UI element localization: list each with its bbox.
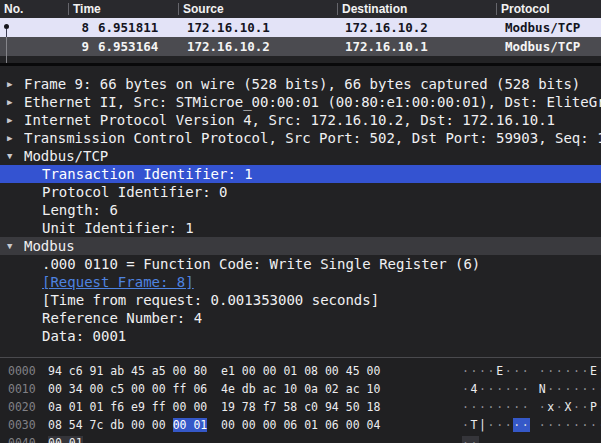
packet-time: 6.951811 xyxy=(98,18,158,37)
tree-row[interactable]: ▼Modbus xyxy=(0,237,601,255)
tree-row-label: .000 0110 = Function Code: Write Single … xyxy=(42,255,480,273)
column-header-protocol[interactable]: Protocol xyxy=(501,1,550,18)
bytes: ········ xyxy=(530,418,601,432)
tree-row[interactable]: .000 0110 = Function Code: Write Single … xyxy=(0,255,601,273)
packet-row[interactable]: 86.951811172.16.10.1172.16.10.2Modbus/TC… xyxy=(0,18,601,37)
tree-row-label: [Time from request: 0.001353000 seconds] xyxy=(42,291,379,309)
hex-ascii[interactable]: ····E··· ······E· xyxy=(462,362,601,380)
tree-row-label: Frame 9: 66 bytes on wire (528 bits), 66… xyxy=(24,75,580,93)
tree-row-label: Unit Identifier: 1 xyxy=(42,219,194,237)
tree-row-label: Modbus xyxy=(24,237,75,255)
expand-arrow-icon[interactable]: ▶ xyxy=(7,93,21,111)
tree-row-label: Transaction Identifier: 1 xyxy=(42,165,253,183)
highlighted-bytes: ·· xyxy=(462,436,479,443)
column-header-no[interactable]: No. xyxy=(4,1,23,18)
hex-bytes[interactable]: 0a 01 01 f6 e9 ff 00 00 19 78 f7 58 c0 9… xyxy=(48,398,380,416)
hex-bytes[interactable]: 94 c6 91 ab 45 a5 00 80 e1 00 00 01 08 0… xyxy=(48,362,380,380)
bytes: 94 c6 91 ab 45 a5 00 80 e1 00 00 01 08 0… xyxy=(48,364,380,378)
bytes: ········ ·x·X··P· xyxy=(462,400,601,414)
wireshark-window: No. Time Source Destination Protocol 86.… xyxy=(0,0,601,443)
column-divider[interactable] xyxy=(337,3,338,15)
collapse-arrow-icon[interactable]: ▼ xyxy=(7,147,21,165)
tree-row-label: Ethernet II, Src: STMicroe_00:00:01 (00:… xyxy=(24,93,601,111)
hex-bytes[interactable]: 08 54 7c db 00 00 00 01 00 00 00 06 01 0… xyxy=(48,416,380,434)
highlighted-bytes: 00 01 xyxy=(48,436,83,443)
tree-row[interactable]: Protocol Identifier: 0 xyxy=(0,183,601,201)
packet-protocol: Modbus/TCP xyxy=(505,37,580,56)
tree-row[interactable]: [Request Frame: 8] xyxy=(0,273,601,291)
tree-row[interactable]: ▶Transmission Control Protocol, Src Port… xyxy=(0,129,601,147)
column-header-time[interactable]: Time xyxy=(73,1,101,18)
bytes: ····E··· ······E· xyxy=(462,364,601,378)
packet-detail-pane[interactable]: ▶Frame 9: 66 bytes on wire (528 bits), 6… xyxy=(0,66,601,357)
bytes: 00 00 00 06 01 06 00 04 xyxy=(207,418,380,432)
hex-bytes[interactable]: 00 34 00 c5 00 00 ff 06 4e db ac 10 0a 0… xyxy=(48,380,380,398)
hex-dump-pane[interactable]: 000094 c6 91 ab 45 a5 00 80 e1 00 00 01 … xyxy=(0,358,601,443)
bytes: ·T|··· xyxy=(462,418,513,432)
collapse-arrow-icon[interactable]: ▼ xyxy=(7,237,21,255)
packet-time: 6.953164 xyxy=(98,37,158,56)
packet-row[interactable]: 96.953164172.16.10.2172.16.10.1Modbus/TC… xyxy=(0,37,601,56)
hex-offset: 0000 xyxy=(8,362,36,380)
packet-list-header: No. Time Source Destination Protocol xyxy=(0,0,601,18)
tree-row[interactable]: Transaction Identifier: 1 xyxy=(0,165,601,183)
hex-row[interactable]: 004000 01·· xyxy=(0,434,601,443)
related-packet-line xyxy=(6,29,7,37)
hex-ascii[interactable]: ·· xyxy=(462,434,479,443)
hex-ascii[interactable]: ·4······ N······· xyxy=(462,380,601,398)
hex-bytes[interactable]: 00 01 xyxy=(48,434,83,443)
hex-offset: 0010 xyxy=(8,380,36,398)
tree-row[interactable]: Unit Identifier: 1 xyxy=(0,219,601,237)
hex-rows: 000094 c6 91 ab 45 a5 00 80 e1 00 00 01 … xyxy=(0,362,601,443)
tree-row[interactable]: Length: 6 xyxy=(0,201,601,219)
highlighted-bytes: 00 01 xyxy=(173,418,208,432)
tree-row-label: Protocol Identifier: 0 xyxy=(42,183,227,201)
column-header-destination[interactable]: Destination xyxy=(342,1,407,18)
tree-row[interactable]: Data: 0001 xyxy=(0,327,601,345)
tree-row[interactable]: [Time from request: 0.001353000 seconds] xyxy=(0,291,601,309)
tree-row-label: Data: 0001 xyxy=(42,327,126,345)
related-packet-line xyxy=(6,37,7,63)
column-divider[interactable] xyxy=(68,3,69,15)
tree-row-label: Reference Number: 4 xyxy=(42,309,202,327)
expand-arrow-icon[interactable]: ▶ xyxy=(7,75,21,93)
packet-list-pane[interactable]: No. Time Source Destination Protocol 86.… xyxy=(0,0,601,63)
column-header-source[interactable]: Source xyxy=(183,1,224,18)
tree-row-label: Internet Protocol Version 4, Src: 172.16… xyxy=(24,111,555,129)
bytes: 08 54 7c db 00 00 xyxy=(48,418,173,432)
tree-row[interactable]: ▶Frame 9: 66 bytes on wire (528 bits), 6… xyxy=(0,75,601,93)
packet-no: 8 xyxy=(0,18,90,37)
tree-row[interactable]: ▼Modbus/TCP xyxy=(0,147,601,165)
packet-destination: 172.16.10.1 xyxy=(345,37,428,56)
hex-row[interactable]: 00200a 01 01 f6 e9 ff 00 00 19 78 f7 58 … xyxy=(0,398,601,416)
packet-source: 172.16.10.2 xyxy=(187,37,270,56)
hex-row[interactable]: 000094 c6 91 ab 45 a5 00 80 e1 00 00 01 … xyxy=(0,362,601,380)
bytes: 0a 01 01 f6 e9 ff 00 00 19 78 f7 58 c0 9… xyxy=(48,400,380,414)
packet-source: 172.16.10.1 xyxy=(187,18,270,37)
tree-row-label: Modbus/TCP xyxy=(24,147,108,165)
column-divider[interactable] xyxy=(178,3,179,15)
packet-destination: 172.16.10.2 xyxy=(345,18,428,37)
tree-row[interactable]: ▶Ethernet II, Src: STMicroe_00:00:01 (00… xyxy=(0,93,601,111)
hex-offset: 0030 xyxy=(8,416,36,434)
bytes: 00 34 00 c5 00 00 ff 06 4e db ac 10 0a 0… xyxy=(48,382,380,396)
expand-arrow-icon[interactable]: ▶ xyxy=(7,129,21,147)
tree-row[interactable]: ▶Internet Protocol Version 4, Src: 172.1… xyxy=(0,111,601,129)
packet-no: 9 xyxy=(0,37,90,56)
detail-tree: ▶Frame 9: 66 bytes on wire (528 bits), 6… xyxy=(0,75,601,345)
expand-arrow-icon[interactable]: ▶ xyxy=(7,111,21,129)
bytes: ·4······ N······· xyxy=(462,382,601,396)
tree-row-label: Length: 6 xyxy=(42,201,118,219)
hex-row[interactable]: 001000 34 00 c5 00 00 ff 06 4e db ac 10 … xyxy=(0,380,601,398)
hex-row[interactable]: 003008 54 7c db 00 00 00 01 00 00 00 06 … xyxy=(0,416,601,434)
hex-offset: 0040 xyxy=(8,434,36,443)
column-divider[interactable] xyxy=(496,3,497,15)
tree-row[interactable]: Reference Number: 4 xyxy=(0,309,601,327)
packet-protocol: Modbus/TCP xyxy=(505,18,580,37)
tree-row-label: Transmission Control Protocol, Src Port:… xyxy=(24,129,601,147)
tree-row-link[interactable]: [Request Frame: 8] xyxy=(42,273,194,291)
hex-ascii[interactable]: ········ ·x·X··P· xyxy=(462,398,601,416)
hex-offset: 0020 xyxy=(8,398,36,416)
hex-ascii[interactable]: ·T|····· ········ xyxy=(462,416,601,434)
highlighted-bytes: ·· xyxy=(513,418,530,432)
